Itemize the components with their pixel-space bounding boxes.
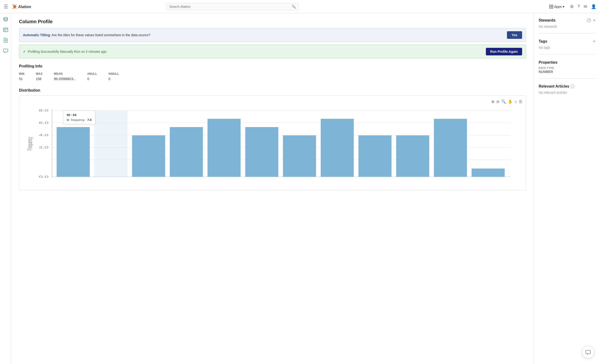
tags-add-button[interactable]: + — [593, 39, 595, 44]
zoom-in-icon[interactable]: ⊕ — [491, 100, 494, 104]
svg-text:Alation: Alation — [18, 5, 31, 9]
stewards-add-button[interactable]: + — [593, 18, 595, 22]
relevant-articles-info-icon[interactable]: i — [571, 84, 574, 88]
distribution-title: Distribution — [19, 88, 526, 92]
logo: Alation — [11, 3, 36, 10]
sidebar-icon-document[interactable] — [2, 37, 9, 44]
profiling-col-min: MIN 51 — [19, 72, 25, 81]
tags-header: Tags + — [539, 39, 595, 44]
mean-header: MEAN — [54, 72, 76, 75]
apps-label: Apps — [554, 5, 562, 9]
svg-text:0.0: 0.0 — [39, 175, 48, 178]
max-value: 158 — [36, 77, 43, 81]
relevant-articles-title-group: Relevant Articles i — [539, 84, 574, 89]
apps-grid-icon — [549, 5, 553, 9]
properties-header: Properties — [539, 60, 595, 65]
min-header: MIN — [19, 72, 25, 75]
zoom-select-icon[interactable]: 🔍 — [501, 100, 506, 104]
top-nav: ☰ Alation 🔍 Apps ▾ ⚙ ? ✉ 👤 — [0, 0, 600, 13]
profiling-col-mean: MEAN 99.20588823... — [54, 72, 76, 81]
relevant-articles-header: Relevant Articles i — [539, 84, 595, 89]
distribution-chart: 8.0 6.0 4.0 2.0 0.0 Frequency — [23, 106, 522, 186]
bar-4 — [170, 127, 203, 177]
mean-value: 99.20588823... — [54, 77, 76, 81]
help-icon[interactable]: ? — [578, 4, 580, 9]
auto-titling-body: : Are the titles for these values listed… — [50, 33, 150, 37]
sidebar-icon-chat[interactable] — [2, 47, 9, 54]
null-count-value: 0 — [87, 77, 97, 81]
relevant-articles-title: Relevant Articles — [539, 84, 569, 89]
min-value: 51 — [19, 77, 25, 81]
hamburger-menu[interactable]: ☰ — [4, 4, 8, 9]
relevant-articles-empty: No relevant articles — [539, 91, 567, 94]
svg-text:6.0: 6.0 — [39, 121, 48, 124]
bar-2-bg — [94, 110, 127, 177]
section-title: Column Profile — [19, 19, 526, 24]
bar-9 — [358, 135, 392, 177]
stewards-actions: 🕐 + — [587, 18, 595, 22]
pan-icon[interactable]: ✋ — [508, 100, 513, 104]
nav-right: Apps ▾ ⚙ ? ✉ 👤 — [547, 4, 596, 9]
null-pct-header: %NULL — [108, 72, 119, 75]
chart-container: ⊕ ⊖ 🔍 ✋ ⌂ ☰ 60 - 64 frequency: 7.0 — [19, 95, 526, 190]
chart-area: 60 - 64 frequency: 7.0 8 — [23, 106, 522, 186]
search-input[interactable] — [169, 5, 292, 9]
profiling-col-null-count: #NULL 0 — [87, 72, 97, 81]
data-type-value: NUMBER — [539, 70, 595, 74]
bar-8 — [321, 119, 354, 177]
success-banner: ✓ Profiling Successfully Manually Run on… — [19, 45, 526, 58]
main-content: Column Profile Automatic Titling: Are th… — [11, 13, 534, 364]
auto-titling-bold: Automatic Titling — [23, 33, 50, 37]
stewards-history-button[interactable]: 🕐 — [587, 18, 591, 22]
bar-11 — [434, 119, 467, 177]
properties-section: Properties DATA TYPE NUMBER — [539, 60, 595, 79]
svg-point-1 — [4, 17, 8, 19]
chat-fab-button[interactable] — [582, 346, 594, 358]
relevant-articles-section: Relevant Articles i No relevant articles — [539, 84, 595, 100]
profiling-col-max: MAX 158 — [36, 72, 43, 81]
menu-icon[interactable]: ☰ — [519, 100, 522, 104]
stewards-section: Stewards 🕐 + No stewards — [539, 18, 595, 34]
bar-5 — [207, 119, 241, 177]
check-icon: ✓ — [23, 50, 26, 54]
user-icon[interactable]: 👤 — [591, 4, 596, 9]
bar-7 — [283, 135, 316, 177]
svg-text:4.0: 4.0 — [39, 134, 48, 136]
search-icon: 🔍 — [292, 5, 296, 9]
home-icon[interactable]: ⌂ — [515, 100, 517, 104]
left-sidebar — [0, 13, 11, 364]
svg-text:8.0: 8.0 — [39, 109, 48, 112]
search-bar[interactable]: 🔍 — [166, 3, 299, 10]
sidebar-icon-database[interactable] — [2, 16, 9, 23]
stewards-header: Stewards 🕐 + — [539, 18, 595, 22]
data-type-label: DATA TYPE — [539, 66, 595, 69]
tags-empty: No tags — [539, 46, 550, 49]
null-count-header: #NULL — [87, 72, 97, 75]
right-sidebar: Stewards 🕐 + No stewards Tags + No tags … — [534, 13, 600, 364]
tags-title: Tags — [539, 39, 547, 44]
chart-toolbar: ⊕ ⊖ 🔍 ✋ ⌂ ☰ — [23, 100, 522, 104]
messages-icon[interactable]: ✉ — [584, 4, 587, 9]
profiling-table: MIN 51 MAX 158 MEAN 99.20588823... #NULL… — [19, 72, 526, 81]
apps-button[interactable]: Apps ▾ — [547, 4, 566, 9]
properties-title: Properties — [539, 60, 557, 65]
auto-titling-text: Automatic Titling: Are the titles for th… — [23, 33, 150, 37]
stewards-empty: No stewards — [539, 25, 557, 28]
run-profile-button[interactable]: Run Profile Again — [486, 48, 522, 55]
null-pct-value: 0 — [108, 77, 119, 81]
bar-1 — [56, 127, 90, 177]
max-header: MAX — [36, 72, 43, 75]
auto-titling-banner: Automatic Titling: Are the titles for th… — [19, 28, 526, 42]
bar-10 — [396, 135, 429, 177]
svg-text:2.0: 2.0 — [39, 146, 48, 149]
settings-icon[interactable]: ⚙ — [570, 4, 574, 9]
sidebar-icon-table[interactable] — [2, 27, 9, 33]
zoom-out-icon[interactable]: ⊖ — [496, 100, 499, 104]
yes-button[interactable]: Yes — [507, 31, 522, 39]
stewards-title: Stewards — [539, 18, 555, 22]
tags-actions: + — [593, 39, 595, 44]
success-text: ✓ Profiling Successfully Manually Run on… — [23, 50, 107, 54]
success-message: Profiling Successfully Manually Run on 2… — [28, 50, 107, 54]
profiling-col-null-pct: %NULL 0 — [108, 72, 119, 81]
app-layout: Column Profile Automatic Titling: Are th… — [0, 13, 600, 364]
